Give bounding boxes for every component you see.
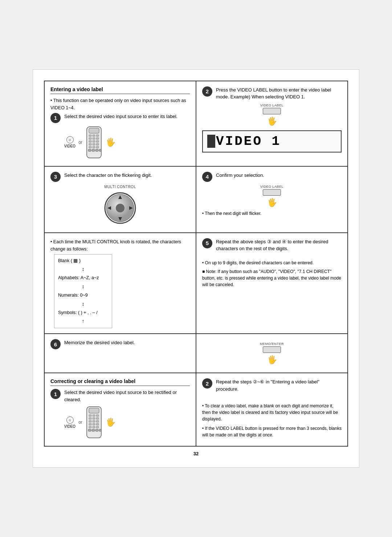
svg-rect-42 xyxy=(89,426,91,428)
step2-circle: 2 xyxy=(202,86,212,97)
video-label-btn-rect xyxy=(263,108,281,114)
correct-step1-row: 1 Select the desired video input source … xyxy=(50,389,190,403)
step3-row: 3 Select the character on the flickering… xyxy=(50,172,190,182)
cell-step4: 4 Confirm your selection. VIDEO LABEL 🖐 … xyxy=(196,166,348,233)
video-label-btn-illus-step4: VIDEO LABEL 🖐 xyxy=(202,185,342,207)
svg-rect-13 xyxy=(96,143,99,145)
svg-rect-48 xyxy=(99,429,101,431)
step6-text: Memorize the desired video label. xyxy=(64,339,190,346)
video-label-btn-rect-step4 xyxy=(263,189,281,196)
step4-row: 4 Confirm your selection. xyxy=(202,172,342,182)
svg-rect-18 xyxy=(92,149,95,151)
section-title-entering: Entering a video label xyxy=(50,86,190,94)
step2-text: Press the VIDEO LABEL button to enter th… xyxy=(216,86,342,101)
hand-icon-correct: 🖐 xyxy=(106,418,115,427)
cell-correcting-heading: Correcting or clearing a video label 1 S… xyxy=(44,373,196,446)
knob-wrap xyxy=(50,192,190,224)
video-display-text: VIDEO 1 xyxy=(216,134,281,149)
hand-icon-step2: 🖐 xyxy=(267,117,277,126)
video-display: VIDEO 1 xyxy=(202,130,342,152)
memo-enter-label: MEMO/ENTER xyxy=(260,342,284,346)
video-icon-correct: ○ xyxy=(66,416,74,424)
svg-rect-10 xyxy=(96,141,99,142)
page-number: 32 xyxy=(44,451,348,456)
svg-rect-37 xyxy=(93,420,95,422)
svg-rect-36 xyxy=(89,420,91,422)
or-label: or xyxy=(78,140,82,145)
correct-step1-circle: 1 xyxy=(50,389,61,399)
svg-rect-15 xyxy=(93,146,95,148)
step4-circle: 4 xyxy=(202,172,212,182)
svg-rect-1 xyxy=(89,128,99,133)
svg-rect-11 xyxy=(89,143,91,145)
cell-step3: 3 Select the character on the flickering… xyxy=(44,166,196,233)
cell-step2: 2 Press the VIDEO LABEL button to enter … xyxy=(196,81,348,166)
arrow1: ↕ xyxy=(58,265,108,274)
blank-item: Blank ( ▦ ) xyxy=(58,257,108,265)
step2-row: 2 Press the VIDEO LABEL button to enter … xyxy=(202,86,342,101)
cell-memo-enter: MEMO/ENTER 🖐 xyxy=(196,334,348,373)
step3-circle: 3 xyxy=(50,172,61,182)
arrow2: ↕ xyxy=(58,282,108,291)
svg-rect-7 xyxy=(96,138,99,139)
alpha-item: Alphabets: A~Z, a~z xyxy=(58,274,108,282)
knob-svg xyxy=(104,192,136,224)
remote-svg xyxy=(85,126,103,159)
correct-note2: • If the VIDEO LABEL button is pressed f… xyxy=(202,425,342,438)
video-icon: ○ xyxy=(66,136,74,143)
svg-rect-8 xyxy=(89,141,91,142)
svg-rect-12 xyxy=(93,143,95,145)
or-label-correct: or xyxy=(78,420,82,425)
step1-text: Select the desired video input source to… xyxy=(64,113,190,120)
step1-illustration: ○ VIDEO or xyxy=(64,126,190,159)
step3-text: Select the character on the flickering d… xyxy=(64,172,190,179)
step5-row: 5 Repeat the above steps ③ and ④ to ente… xyxy=(202,238,342,252)
svg-rect-38 xyxy=(96,420,99,422)
hand-icon-step6: 🖐 xyxy=(267,355,277,365)
page: Entering a video label This function can… xyxy=(33,69,359,468)
num-item: Numerals: 0~9 xyxy=(58,291,108,300)
svg-rect-20 xyxy=(99,149,101,151)
step5-note1: • On up to 9 digits, the desired charact… xyxy=(202,260,342,266)
svg-rect-2 xyxy=(89,135,91,137)
svg-rect-4 xyxy=(96,135,99,137)
multi-control-label: MULTI CONTROL xyxy=(50,185,190,189)
remote-svg-correct xyxy=(85,406,103,439)
cell-step6: 6 Memorize the desired video label. xyxy=(44,334,196,373)
step5-circle: 5 xyxy=(202,238,212,248)
video-label: VIDEO xyxy=(64,144,75,148)
arrow4: ↑ xyxy=(58,317,108,326)
correct-note1: • To clear a video label, make a blank o… xyxy=(202,403,342,422)
step1-circle: 1 xyxy=(50,113,61,123)
memo-enter-rect xyxy=(263,346,281,353)
svg-rect-32 xyxy=(96,415,99,416)
cell-charlist: Each time the MULTI CONTROL knob is rota… xyxy=(44,233,196,334)
svg-rect-33 xyxy=(89,418,91,419)
hand-icon-step4: 🖐 xyxy=(267,198,277,207)
step6-row: 6 Memorize the desired video label. xyxy=(50,339,190,349)
memo-enter-btn-illus: MEMO/ENTER 🖐 xyxy=(202,342,342,365)
cell-step5: 5 Repeat the above steps ③ and ④ to ente… xyxy=(196,233,348,334)
correct-step1-illustration: ○ VIDEO or xyxy=(64,406,190,439)
step5-note2: ■ Note: If any button such as "AUDIO", "… xyxy=(202,268,342,288)
svg-rect-47 xyxy=(95,429,98,431)
svg-rect-17 xyxy=(88,149,91,151)
svg-rect-9 xyxy=(93,141,95,142)
svg-rect-31 xyxy=(93,415,95,416)
video-label-correct: VIDEO xyxy=(64,424,75,428)
svg-rect-6 xyxy=(93,138,95,139)
svg-rect-5 xyxy=(89,138,91,139)
char-list: Blank ( ▦ ) ↕ Alphabets: A~Z, a~z ↕ Nume… xyxy=(54,254,112,329)
step6-circle: 6 xyxy=(50,339,61,349)
svg-rect-30 xyxy=(89,415,91,416)
knob-rotate-note: Each time the MULTI CONTROL knob is rota… xyxy=(50,238,190,253)
svg-rect-14 xyxy=(89,146,91,148)
svg-rect-34 xyxy=(93,418,95,419)
svg-rect-29 xyxy=(89,408,99,413)
correct-step2-text: Repeat the steps ②~⑥ in "Entering a vide… xyxy=(216,378,342,392)
svg-rect-44 xyxy=(96,426,99,428)
svg-rect-43 xyxy=(93,426,95,428)
svg-rect-45 xyxy=(88,429,91,431)
correct-step1-text: Select the desired video input source to… xyxy=(64,389,190,403)
main-grid: Entering a video label This function can… xyxy=(44,81,348,447)
